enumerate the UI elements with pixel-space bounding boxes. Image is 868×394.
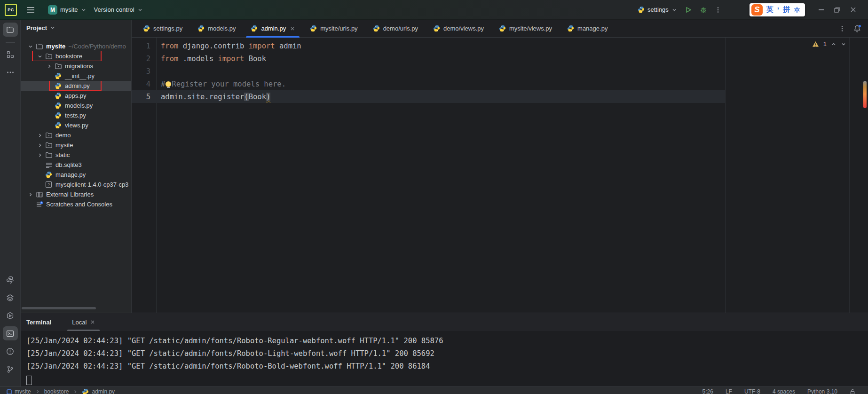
close-icon[interactable]	[290, 26, 295, 31]
editor-tab-manage.py[interactable]: manage.py	[560, 20, 615, 37]
svg-text:?: ?	[47, 182, 50, 187]
tree-item-mysite[interactable]: mysite	[21, 140, 131, 150]
notifications-bell-icon[interactable]	[853, 24, 861, 33]
run-configuration-widget[interactable]: settings	[634, 3, 681, 16]
hamburger-icon	[26, 7, 35, 13]
status-item-utf-8[interactable]: UTF-8	[744, 388, 760, 394]
status-item-5:26[interactable]: 5:26	[702, 388, 713, 394]
tree-item-Scratches and Consoles[interactable]: Scratches and Consoles	[21, 199, 131, 209]
close-icon[interactable]	[90, 320, 95, 324]
intention-bulb-icon[interactable]	[166, 81, 171, 87]
more-actions-button[interactable]	[711, 3, 725, 16]
code-line-5[interactable]: 5admin.site.register(Book)	[132, 90, 868, 103]
editor-tab-mysite/urls.py[interactable]: mysite/urls.py	[302, 20, 365, 37]
project-horizontal-scrollbar[interactable]	[22, 307, 96, 309]
sogou-ime-widget[interactable]: S 英 ’ 拼	[750, 3, 805, 16]
status-item-4-spaces[interactable]: 4 spaces	[773, 388, 795, 394]
tree-item-manage.py[interactable]: manage.py	[21, 170, 131, 180]
version-control-toolwindow-button[interactable]	[3, 362, 18, 376]
tree-item-db.sqlite3[interactable]: db.sqlite3	[21, 160, 131, 170]
problems-toolwindow-button[interactable]	[3, 344, 18, 358]
breadcrumb-item-bookstore[interactable]: bookstore	[44, 388, 69, 394]
editor-tab-demo/urls.py[interactable]: demo/urls.py	[365, 20, 426, 37]
terminal-output[interactable]: [25/Jan/2024 02:44:23] "GET /static/admi…	[21, 331, 868, 373]
tree-item-tests.py[interactable]: tests.py	[21, 110, 131, 120]
editor-tab-models.py[interactable]: models.py	[190, 20, 243, 37]
structure-toolwindow-button[interactable]	[3, 47, 18, 62]
chevron-right-icon[interactable]	[36, 142, 45, 148]
close-window-button[interactable]	[846, 3, 860, 16]
ime-gear-icon[interactable]	[794, 7, 800, 13]
unknown-icon: ?	[44, 181, 53, 188]
tree-item-External Libraries[interactable]: External Libraries	[21, 189, 131, 199]
code-area[interactable]: 1from django.contrib import admin2from .…	[132, 38, 868, 103]
status-item-python-3.10[interactable]: Python 3.10	[807, 388, 837, 394]
next-problem-chevron-icon[interactable]	[841, 41, 846, 47]
run-play-icon	[685, 6, 692, 14]
tab-options-kebab-icon[interactable]	[839, 25, 845, 32]
tree-item-migrations[interactable]: migrations	[21, 61, 131, 71]
tree-item-models.py[interactable]: models.py	[21, 101, 131, 110]
error-stripe-marker[interactable]	[863, 81, 867, 108]
python-packages-toolwindow-button[interactable]	[3, 273, 18, 287]
lock-open-icon[interactable]	[850, 389, 856, 394]
services-toolwindow-button[interactable]	[3, 291, 18, 305]
code-line-3[interactable]: 3	[132, 65, 868, 78]
tree-item-views.py[interactable]: views.py	[21, 120, 131, 130]
restore-button[interactable]	[830, 3, 844, 16]
chevron-down-icon[interactable]	[36, 54, 45, 59]
editor-tab-demo/views.py[interactable]: demo/views.py	[426, 20, 491, 37]
chevron-right-icon[interactable]	[36, 133, 45, 138]
tree-item-mysite[interactable]: mysite~/Code/Python/demo	[21, 41, 131, 51]
code-line-1[interactable]: 1from django.contrib import admin	[132, 39, 868, 52]
title-bar: PC M mysite Version control settings S 英…	[0, 0, 868, 20]
code-segment: )	[266, 93, 270, 101]
status-item-lf[interactable]: LF	[726, 388, 732, 394]
debug-button[interactable]	[696, 3, 711, 16]
tree-item-admin.py[interactable]: admin.py	[21, 81, 131, 91]
tree-item-label: views.py	[65, 122, 88, 129]
inspections-widget[interactable]: 1	[812, 40, 846, 47]
chevron-right-icon[interactable]	[26, 192, 35, 197]
editor-area[interactable]: 1from django.contrib import admin2from .…	[132, 38, 868, 313]
tree-item-static[interactable]: static	[21, 150, 131, 160]
tree-item-mysqlclient-1.4.0-cp37-cp3[interactable]: ?mysqlclient-1.4.0-cp37-cp3	[21, 180, 131, 189]
package-icon	[44, 53, 53, 60]
tree-item-__init__.py[interactable]: __init__.py	[21, 71, 131, 81]
editor-tab-admin.py[interactable]: admin.py	[243, 20, 302, 37]
version-control-widget[interactable]: Version control	[90, 3, 147, 16]
terminal-panel-title[interactable]: Terminal	[26, 319, 51, 326]
chevron-right-icon[interactable]	[36, 152, 45, 158]
code-segment: Register your models here.	[172, 80, 286, 88]
terminal-session-tab[interactable]: Local	[67, 313, 100, 331]
run-button[interactable]	[681, 3, 696, 16]
more-toolwindows-button[interactable]	[3, 65, 18, 79]
editor-tab-settings.py[interactable]: settings.py	[135, 20, 190, 37]
package-icon	[44, 142, 53, 149]
code-segment: .models	[178, 55, 218, 63]
tree-item-label: __init__.py	[65, 72, 95, 79]
tree-item-bookstore[interactable]: bookstore	[21, 51, 131, 61]
project-panel-header[interactable]: Project	[21, 20, 131, 36]
breadcrumb-item-admin.py[interactable]: admin.py	[82, 388, 115, 394]
pycharm-logo: PC	[5, 4, 17, 16]
project-toolwindow-button[interactable]	[3, 23, 18, 37]
run-toolwindow-button[interactable]	[3, 308, 18, 323]
editor-tab-mysite/views.py[interactable]: mysite/views.py	[491, 20, 560, 37]
main-menu-button[interactable]	[23, 3, 39, 16]
terminal-toolwindow-button[interactable]	[3, 326, 18, 340]
python-icon	[54, 82, 63, 89]
project-widget[interactable]: M mysite	[44, 3, 90, 16]
code-line-4[interactable]: 4#Register your models here.	[132, 78, 868, 90]
minimize-button[interactable]	[814, 3, 828, 16]
chevron-down-icon[interactable]	[26, 44, 35, 49]
tab-label: manage.py	[577, 25, 608, 32]
terminal-icon	[6, 330, 14, 338]
chevron-right-icon[interactable]	[45, 63, 54, 69]
code-line-2[interactable]: 2from .models import Book	[132, 52, 868, 65]
prev-problem-chevron-icon[interactable]	[831, 41, 836, 47]
tree-item-apps.py[interactable]: apps.py	[21, 91, 131, 101]
breadcrumb-item-mysite[interactable]: mysite	[7, 388, 31, 394]
tree-item-demo[interactable]: demo	[21, 130, 131, 140]
tab-label: settings.py	[153, 25, 182, 32]
